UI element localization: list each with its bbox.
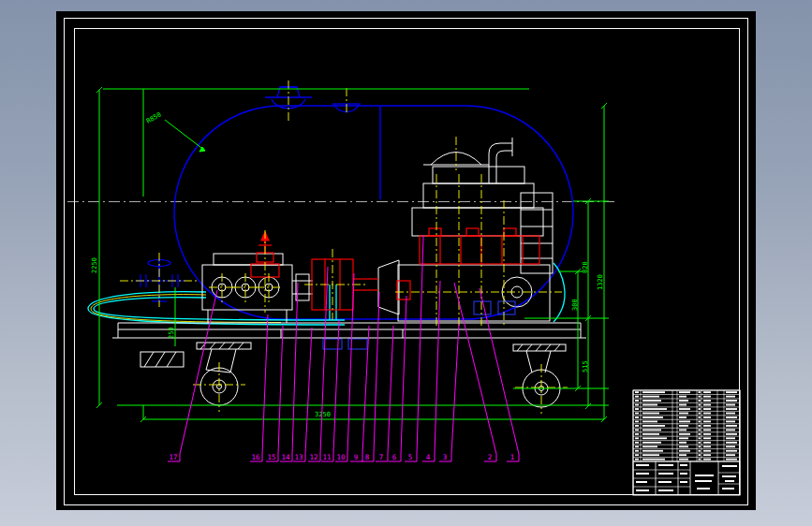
bom-cell-text xyxy=(642,421,657,423)
balloon-number: 14 xyxy=(281,453,290,461)
dim-height-overall: 2250 xyxy=(91,257,98,273)
bom-cell-text xyxy=(703,442,711,444)
balloon-number: 3 xyxy=(443,453,448,461)
bom-cell-text xyxy=(642,391,665,393)
bom-cell-text xyxy=(642,454,659,456)
bom-cell-text xyxy=(703,396,711,398)
balloon-number: 6 xyxy=(392,453,397,461)
dim-250: 250 xyxy=(168,327,175,339)
bom-cell-text xyxy=(703,391,711,393)
bom-cell-text xyxy=(679,429,687,431)
balloon-number: 4 xyxy=(426,453,431,461)
bom-cell-text xyxy=(726,459,737,460)
titleblock-text xyxy=(722,475,736,477)
dim-1320: 1320 xyxy=(597,274,604,290)
balloon-number: 16 xyxy=(251,453,260,461)
titleblock-text xyxy=(680,481,687,483)
titleblock-text xyxy=(658,473,673,475)
titleblock-text xyxy=(658,489,673,491)
bom-cell-text xyxy=(679,400,688,402)
bom-cell-text xyxy=(726,442,737,444)
titleblock-text xyxy=(636,489,649,491)
desktop-background: { "colors": { "desktop_top": "#8493ab", … xyxy=(0,0,812,526)
bom-cell-text xyxy=(642,425,665,427)
bom-cell-text xyxy=(726,391,737,393)
bom-cell-text xyxy=(703,437,711,439)
dim-length-overall: 3250 xyxy=(315,411,331,418)
dim-515: 515 xyxy=(582,360,589,373)
bom-cell-text xyxy=(703,459,711,460)
titleblock-text xyxy=(636,481,647,483)
bom-cell-text xyxy=(726,400,737,402)
bom-cell-text xyxy=(642,437,667,439)
bom-cell-text xyxy=(726,425,737,427)
bom-cell-text xyxy=(703,446,711,447)
balloon-number: 7 xyxy=(379,453,384,461)
bom-cell-text xyxy=(642,429,661,431)
bom-cell-text xyxy=(726,404,735,406)
titleblock-text xyxy=(722,488,734,489)
bom-cell-text xyxy=(679,421,690,423)
bom-cell-text xyxy=(642,442,661,444)
bom-cell-text xyxy=(726,421,735,423)
bom-cell-text xyxy=(703,404,711,406)
bom-cell-text xyxy=(679,408,690,410)
bom-cell-text xyxy=(679,437,688,439)
bom-cell-text xyxy=(642,416,663,418)
bom-cell-text xyxy=(642,413,659,415)
bom-cell-text xyxy=(703,400,711,402)
titleblock-text xyxy=(658,481,672,483)
titleblock-text xyxy=(636,464,649,466)
balloon-number: 11 xyxy=(322,453,331,461)
bom-cell-text xyxy=(679,433,690,435)
bom-cell-text xyxy=(679,396,687,398)
bom-cell-text xyxy=(679,450,690,452)
bom-cell-text xyxy=(679,391,690,393)
titleblock-text xyxy=(695,480,712,482)
balloon-number: 15 xyxy=(267,453,275,461)
balloon-number: 8 xyxy=(365,453,370,461)
bom-cell-text xyxy=(703,450,711,452)
bom-cell-text xyxy=(679,459,688,460)
bom-cell-text xyxy=(679,454,687,456)
bom-cell-text xyxy=(726,446,735,447)
bom-cell-text xyxy=(703,425,711,427)
titleblock-text xyxy=(725,480,734,482)
bom-cell-text xyxy=(726,450,737,452)
bom-cell-text xyxy=(726,437,735,439)
bom-cell-text xyxy=(726,396,735,398)
balloon-number: 13 xyxy=(294,453,303,461)
bom-cell-text xyxy=(679,442,687,444)
bom-cell-text xyxy=(703,413,711,415)
bom-cell-text xyxy=(642,433,659,435)
bom-cell-text xyxy=(642,404,657,406)
balloon-number: 2 xyxy=(488,453,493,461)
titleblock-text xyxy=(636,473,649,475)
bom-cell-text xyxy=(679,446,688,447)
bom-cell-text xyxy=(726,416,737,418)
dim-300: 300 xyxy=(571,299,579,311)
balloon-number: 5 xyxy=(408,453,413,461)
bom-cell-text xyxy=(642,400,661,402)
bom-cell-text xyxy=(703,433,711,435)
bom-cell-text xyxy=(642,446,657,447)
balloon-number: 10 xyxy=(336,453,346,461)
titleblock-text xyxy=(722,465,737,467)
balloon-number: 12 xyxy=(309,453,317,461)
titleblock-text xyxy=(697,488,710,489)
bom-cell-text xyxy=(642,450,663,452)
bom-cell-text xyxy=(679,404,687,406)
bom-cell-text xyxy=(642,408,667,410)
bom-cell-text xyxy=(703,416,711,418)
titleblock-text xyxy=(695,475,714,476)
balloon-number: 1 xyxy=(510,453,515,461)
drawing-canvas xyxy=(56,11,756,510)
bom-cell-text xyxy=(679,413,688,415)
bom-cell-text xyxy=(642,459,665,460)
titleblock-text xyxy=(680,464,687,466)
bom-cell-text xyxy=(642,396,659,398)
bom-cell-text xyxy=(726,433,737,435)
bom-cell-text xyxy=(679,416,687,418)
bom-cell-text xyxy=(703,408,711,410)
bom-cell-text xyxy=(703,454,711,456)
